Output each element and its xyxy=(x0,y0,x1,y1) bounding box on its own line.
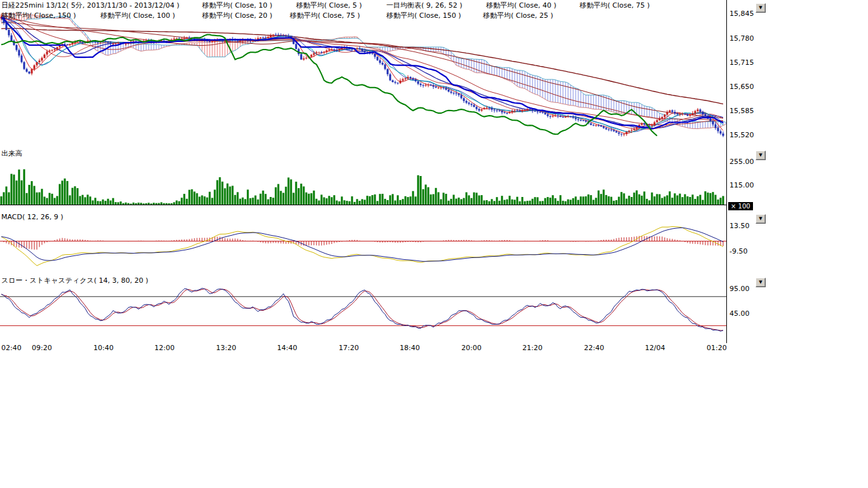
chart-canvas[interactable] xyxy=(0,0,868,346)
macd-graphics xyxy=(0,227,726,266)
dropdown-arrow-icon: ▼ xyxy=(759,5,762,10)
volume-panel-menu-button[interactable]: ▼ xyxy=(756,151,766,160)
macd-panel-menu-button[interactable]: ▼ xyxy=(756,214,766,224)
chart-application-window: 出来高 MACD( 12, 26, 9 ) スロー・ストキャスティクス( 14,… xyxy=(0,0,868,488)
chart-plot-area xyxy=(0,13,726,331)
dropdown-arrow-icon: ▼ xyxy=(759,152,762,158)
overlay-lines-top xyxy=(1,18,723,136)
volume-bars xyxy=(0,169,726,205)
stoch-panel-menu-button[interactable]: ▼ xyxy=(756,278,766,287)
dropdown-arrow-icon: ▼ xyxy=(759,216,762,221)
stochastics-graphics xyxy=(0,288,726,332)
moving-average-lines xyxy=(1,16,723,133)
price-panel-menu-button[interactable]: ▼ xyxy=(756,3,766,13)
dropdown-arrow-icon: ▼ xyxy=(759,280,762,285)
